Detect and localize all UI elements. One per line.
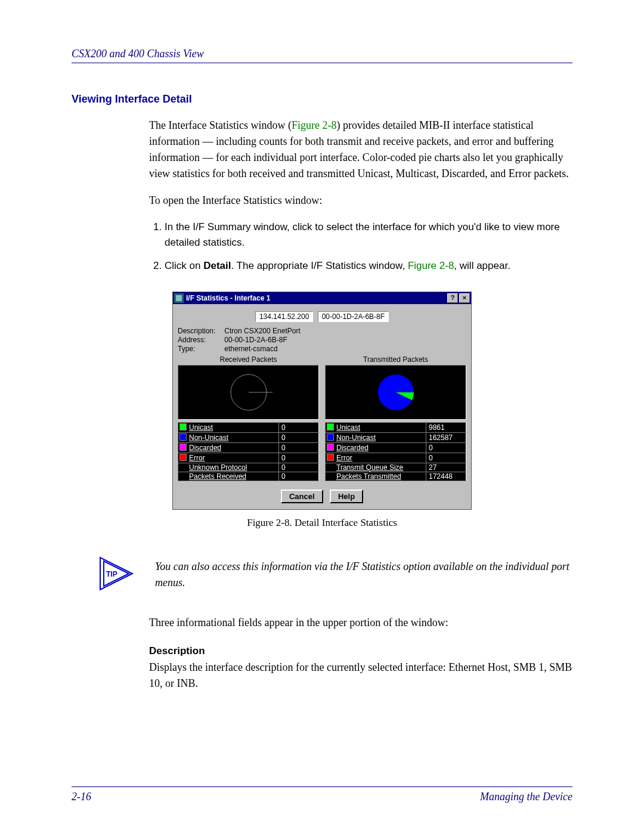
app-icon (174, 293, 184, 303)
received-pie-chart (178, 365, 319, 420)
svg-rect-1 (176, 295, 182, 301)
color-swatch (327, 423, 334, 431)
description-body: Displays the interface description for t… (149, 659, 572, 692)
stat-value: 0 (426, 442, 466, 453)
stat-name: Packets Received (188, 472, 279, 481)
text: . The appropriate I/F Statistics window, (231, 260, 407, 271)
table-row: Error0 (326, 453, 466, 463)
text: Click on (165, 260, 203, 271)
section-title: Viewing Interface Detail (72, 93, 572, 106)
ip-field: 134.141.52.200 (255, 311, 313, 322)
transmitted-pie-chart (325, 365, 466, 420)
stat-name: Error (188, 453, 279, 463)
table-row: Non-Unicast162587 (326, 432, 466, 442)
titlebar: I/F Statistics - Interface 1 ? × (173, 292, 471, 304)
stat-name: Non-Unicast (188, 432, 279, 442)
open-instruction: To open the Interface Statistics window: (149, 193, 572, 209)
table-row: Unknown Protocol0 (178, 463, 319, 472)
table-row: Packets Received0 (178, 472, 319, 481)
info-fields-intro: Three informational fields appear in the… (149, 615, 572, 631)
value: Ctron CSX200 EnetPort (224, 327, 300, 335)
figure-caption: Figure 2-8. Detail Interface Statistics (72, 517, 572, 529)
stat-name: Unicast (188, 422, 279, 432)
color-swatch (327, 444, 334, 451)
label: Address: (178, 336, 222, 344)
close-icon[interactable]: × (459, 293, 470, 303)
tip-text: You can also access this information via… (155, 559, 572, 591)
received-panel: Received Packets Unicast0Non-Unicast0Dis… (178, 355, 319, 481)
transmitted-stats-table: Unicast9861Non-Unicast162587Discarded0Er… (325, 422, 466, 481)
intro-paragraph: The Interface Statistics window (Figure … (149, 117, 572, 182)
figure-ref: Figure 2-8 (408, 260, 454, 271)
stat-name: Unknown Protocol (188, 463, 279, 472)
table-row: Discarded0 (326, 442, 466, 453)
footer-chapter: Managing the Device (480, 791, 572, 803)
stat-name: Discarded (188, 442, 279, 453)
transmitted-title: Transmitted Packets (325, 355, 466, 364)
value: 00-00-1D-2A-6B-8F (224, 336, 287, 344)
stat-name: Error (335, 453, 426, 463)
label: Type: (178, 345, 222, 353)
transmitted-panel: Transmitted Packets Unicast9861Non-Unica… (325, 355, 466, 481)
stat-value: 0 (279, 442, 319, 453)
color-swatch (179, 454, 187, 461)
page-number: 2-16 (72, 791, 91, 803)
svg-text:TIP: TIP (106, 570, 117, 578)
stat-value: 0 (279, 472, 319, 481)
help-icon[interactable]: ? (447, 293, 458, 303)
stat-name: Transmit Queue Size (335, 463, 426, 472)
dialog-title: I/F Statistics - Interface 1 (186, 294, 270, 302)
description-row: Description: Ctron CSX200 EnetPort (178, 327, 466, 335)
page-footer: 2-16 Managing the Device (72, 786, 572, 803)
stat-value: 0 (426, 453, 466, 463)
label: Description: (178, 327, 222, 335)
step-1: In the I/F Summary window, click to sele… (165, 219, 572, 250)
stat-value: 162587 (426, 432, 466, 442)
stat-value: 172448 (426, 472, 466, 481)
table-row: Unicast0 (178, 422, 319, 432)
text: , will appear. (454, 260, 510, 271)
stat-name: Unicast (335, 422, 426, 432)
type-row: Type: ethernet-csmacd (178, 345, 466, 353)
mac-field: 00-00-1D-2A-6B-8F (318, 311, 389, 322)
stat-value: 0 (279, 422, 319, 432)
top-fields: 134.141.52.200 00-00-1D-2A-6B-8F (178, 311, 466, 322)
tip-icon: TIP (95, 553, 143, 597)
stat-value: 27 (426, 463, 466, 472)
tip-block: TIP You can also access this information… (95, 553, 572, 597)
description-heading: Description (149, 645, 572, 657)
detail-bold: Detail (203, 260, 231, 271)
table-row: Non-Unicast0 (178, 432, 319, 442)
color-swatch (179, 444, 187, 451)
stat-value: 0 (279, 453, 319, 463)
if-statistics-dialog: I/F Statistics - Interface 1 ? × 134.141… (172, 292, 472, 510)
stat-value: 9861 (426, 422, 466, 432)
stat-name: Non-Unicast (335, 432, 426, 442)
cancel-button[interactable]: Cancel (281, 490, 323, 503)
step-2: Click on Detail. The appropriate I/F Sta… (165, 258, 572, 274)
color-swatch (179, 423, 187, 431)
steps-list: In the I/F Summary window, click to sele… (149, 219, 572, 274)
table-row: Discarded0 (178, 442, 319, 453)
help-button[interactable]: Help (330, 490, 363, 503)
stat-value: 0 (279, 432, 319, 442)
color-swatch (179, 433, 187, 441)
table-row: Error0 (178, 453, 319, 463)
color-swatch (327, 454, 334, 461)
color-swatch (327, 433, 334, 441)
header-rule (72, 63, 572, 63)
stat-name: Discarded (335, 442, 426, 453)
address-row: Address: 00-00-1D-2A-6B-8F (178, 336, 466, 344)
stat-value: 0 (279, 463, 319, 472)
table-row: Transmit Queue Size27 (326, 463, 466, 472)
running-header: CSX200 and 400 Chassis View (72, 48, 572, 60)
figure-ref: Figure 2-8 (292, 119, 337, 131)
text: The Interface Statistics window ( (149, 119, 292, 131)
value: ethernet-csmacd (224, 345, 277, 353)
received-stats-table: Unicast0Non-Unicast0Discarded0Error0Unkn… (178, 422, 319, 481)
stat-name: Packets Transmitted (335, 472, 426, 481)
table-row: Unicast9861 (326, 422, 466, 432)
received-title: Received Packets (178, 355, 319, 364)
table-row: Packets Transmitted172448 (326, 472, 466, 481)
